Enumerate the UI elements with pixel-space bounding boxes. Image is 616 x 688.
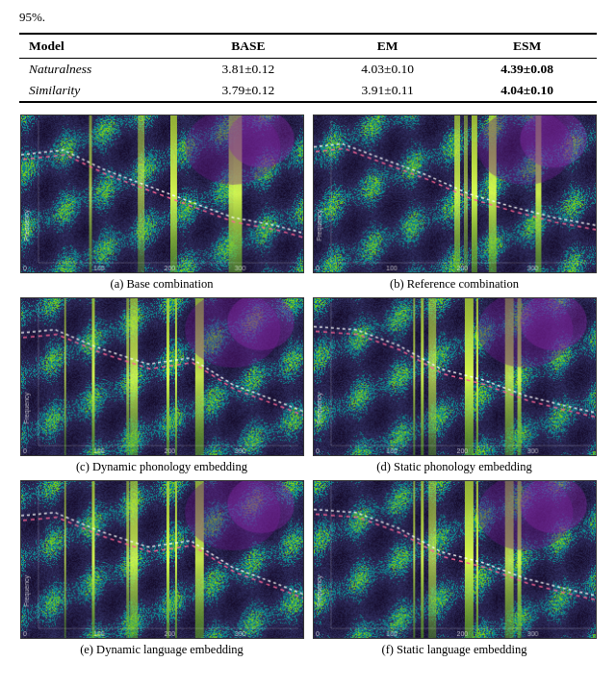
- row-esm-0: 4.39±0.08: [457, 59, 597, 81]
- col-base: BASE: [178, 34, 318, 59]
- figures-grid: (a) Base combination (b) Reference combi…: [19, 115, 597, 657]
- spectrogram-a: [20, 115, 304, 273]
- spectrogram-c: [20, 297, 304, 456]
- table-row: Naturalness 3.81±0.12 4.03±0.10 4.39±0.0…: [19, 59, 597, 81]
- figure-f: (f) Static language embedding: [312, 480, 597, 657]
- figure-d: (d) Static phonology embedding: [312, 297, 597, 474]
- figure-e: (e) Dynamic language embedding: [19, 480, 304, 657]
- col-model: Model: [19, 34, 178, 59]
- intro-text: 95%.: [19, 10, 597, 25]
- caption-b: (b) Reference combination: [390, 277, 519, 292]
- results-table: Model BASE EM ESM Naturalness 3.81±0.12 …: [19, 33, 597, 103]
- figure-c: (c) Dynamic phonology embedding: [19, 297, 304, 474]
- row-em-0: 4.03±0.10: [318, 59, 457, 81]
- caption-a: (a) Base combination: [111, 277, 214, 292]
- table-row: Similarity 3.79±0.12 3.91±0.11 4.04±0.10: [19, 80, 597, 102]
- row-model-1: Similarity: [19, 80, 178, 102]
- col-em: EM: [318, 34, 457, 59]
- spectrogram-e: [20, 480, 304, 639]
- col-esm: ESM: [457, 34, 597, 59]
- caption-f: (f) Static language embedding: [382, 643, 527, 657]
- caption-e: (e) Dynamic language embedding: [80, 643, 244, 657]
- spectrogram-b: [313, 115, 597, 273]
- spectrogram-f: [313, 480, 597, 639]
- row-esm-1: 4.04±0.10: [457, 80, 597, 102]
- row-base-1: 3.79±0.12: [178, 80, 318, 102]
- caption-d: (d) Static phonology embedding: [376, 460, 531, 474]
- spectrogram-d: [313, 297, 597, 456]
- row-em-1: 3.91±0.11: [318, 80, 457, 102]
- row-model-0: Naturalness: [19, 59, 178, 81]
- caption-c: (c) Dynamic phonology embedding: [76, 460, 247, 474]
- figure-b: (b) Reference combination: [312, 115, 597, 292]
- row-base-0: 3.81±0.12: [178, 59, 318, 81]
- figure-a: (a) Base combination: [19, 115, 304, 292]
